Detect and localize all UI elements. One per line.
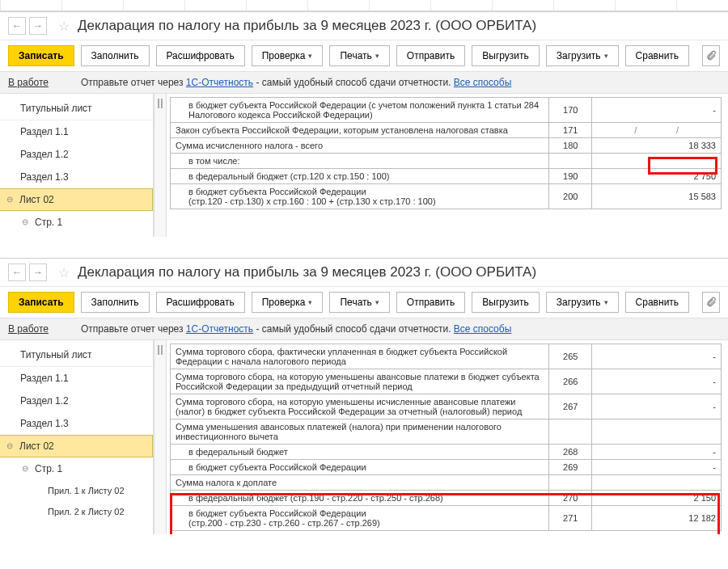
expand-icon[interactable]: ⊖ [5,194,15,204]
sidebar-section-1.1[interactable]: Раздел 1.1 [0,367,153,390]
export-button[interactable]: Выгрузить [472,45,540,66]
row-265: Сумма торгового сбора, фактически уплаче… [171,344,722,369]
expand-icon[interactable]: ⊖ [5,440,15,450]
favorite-icon[interactable]: ☆ [58,19,70,34]
export-button[interactable]: Выгрузить [472,292,540,313]
row-extra: Сумма налога к доплате [171,475,722,491]
save-button[interactable]: Записать [8,45,74,66]
sidebar-app1[interactable]: Прил. 1 к Листу 02 [0,480,153,501]
check-button[interactable]: Проверка▾ [252,292,324,313]
decode-button[interactable]: Расшифровать [156,45,245,66]
sidebar-app2[interactable]: Прил. 2 к Листу 02 [0,501,153,522]
sidebar-title-page[interactable]: Титульный лист [0,97,153,120]
sidebar-title-page[interactable]: Титульный лист [0,344,153,366]
splitter[interactable] [154,94,167,237]
check-button[interactable]: Проверка▾ [252,45,324,66]
row-subheader: в том числе: [171,154,722,169]
row-170: в бюджет субъекта Российской Федерации (… [171,98,722,123]
sidebar-section-1.2[interactable]: Раздел 1.2 [0,143,153,166]
row-268: в федеральный бюджет 268 - [171,445,722,460]
toolbar: Записать Заполнить Расшифровать Проверка… [0,287,728,318]
row-190: в федеральный бюджет (стр.120 х стр.150 … [171,169,722,184]
sidebar-section-1.3[interactable]: Раздел 1.3 [0,166,153,188]
decode-button[interactable]: Расшифровать [156,292,245,313]
sidebar-list-02[interactable]: ⊖ Лист 02 [0,188,153,211]
fill-button[interactable]: Заполнить [81,45,150,66]
compare-button[interactable]: Сравнить [625,45,689,66]
send-button[interactable]: Отправить [396,292,466,313]
attach-button[interactable] [702,45,720,66]
sidebar: Титульный лист Раздел 1.1 Раздел 1.2 Раз… [0,340,154,534]
sidebar-str1[interactable]: ⊖ Стр. 1 [0,457,153,480]
status-label[interactable]: В работе [8,323,49,335]
compare-button[interactable]: Сравнить [625,292,689,313]
import-button[interactable]: Загрузить▾ [546,45,619,66]
send-button[interactable]: Отправить [396,45,466,66]
import-button[interactable]: Загрузить▾ [546,292,619,313]
info-bar: В работе Отправьте отчет через 1С-Отчетн… [0,318,728,340]
expand-icon[interactable]: ⊖ [20,463,30,473]
row-270: в федеральный бюджет (стр.190 - стр.220 … [171,491,722,506]
nav-back[interactable]: ← [8,17,26,35]
page-title: Декларация по налогу на прибыль за 9 мес… [78,18,536,34]
sidebar-section-1.2[interactable]: Раздел 1.2 [0,390,153,412]
link-all-methods[interactable]: Все способы [454,77,512,88]
sidebar-str1[interactable]: ⊖ Стр. 1 [0,211,153,234]
print-button[interactable]: Печать▾ [329,292,389,313]
cell-180-value[interactable]: 18 333 [592,138,722,154]
row-200: в бюджет субъекта Российской Федерации (… [171,184,722,209]
row-269: в бюджет субъекта Российской Федерации 2… [171,460,722,475]
row-invest: Сумма уменьшения авансовых платежей (нал… [171,419,722,445]
status-label[interactable]: В работе [8,77,49,88]
fill-button[interactable]: Заполнить [81,292,150,313]
row-171: Закон субъекта Российской Федерации, кот… [171,123,722,138]
toolbar: Записать Заполнить Расшифровать Проверка… [0,40,728,71]
sidebar: Титульный лист Раздел 1.1 Раздел 1.2 Раз… [0,94,154,237]
expand-icon[interactable]: ⊖ [20,217,30,226]
link-1c[interactable]: 1С-Отчетность [186,77,253,88]
row-180: Сумма исчисленного налога - всего 180 18… [171,138,722,154]
attach-button[interactable] [702,292,720,313]
row-266: Сумма торгового сбора, на которую уменьш… [171,369,722,394]
form-area: Сумма торгового сбора, фактически уплаче… [167,340,728,534]
print-button[interactable]: Печать▾ [329,45,389,66]
sidebar-section-1.3[interactable]: Раздел 1.3 [0,412,153,435]
favorite-icon[interactable]: ☆ [58,265,70,280]
nav-forward[interactable]: → [29,263,47,281]
link-all-methods[interactable]: Все способы [454,323,512,335]
row-271: в бюджет субъекта Российской Федерации (… [171,506,722,531]
form-area: в бюджет субъекта Российской Федерации (… [167,94,728,237]
nav-back[interactable]: ← [8,263,26,281]
info-bar: В работе Отправьте отчет через 1С-Отчетн… [0,71,728,94]
save-button[interactable]: Записать [8,292,74,313]
splitter[interactable] [154,340,167,534]
nav-forward[interactable]: → [29,17,47,35]
page-title: Декларация по налогу на прибыль за 9 мес… [78,264,536,280]
sidebar-section-1.1[interactable]: Раздел 1.1 [0,120,153,143]
row-267: Сумма торгового сбора, на которую уменьш… [171,394,722,419]
sidebar-list-02[interactable]: ⊖ Лист 02 [0,435,153,457]
link-1c[interactable]: 1С-Отчетность [186,323,253,335]
